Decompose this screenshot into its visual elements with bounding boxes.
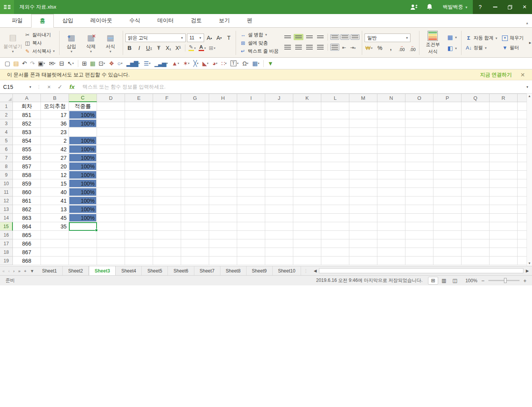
cell-N9[interactable] [377,171,405,179]
cell-C7[interactable]: 100% [69,154,97,162]
row-header-16[interactable]: 16 [0,231,13,239]
cell-I4[interactable] [237,128,265,136]
cell-I11[interactable] [237,188,265,196]
cell-O7[interactable] [405,154,433,162]
cell-Q13[interactable] [462,205,490,214]
cell-K9[interactable] [293,171,321,179]
cell-D15[interactable] [97,222,125,231]
cell-H16[interactable] [209,231,237,239]
decrease-decimal-button[interactable]: ←.00 [408,44,417,52]
cell-A3[interactable]: 852 [13,119,41,128]
fill-handle[interactable] [95,229,98,232]
cell-E5[interactable] [125,136,153,145]
sheet-next-icon[interactable]: › [13,269,15,273]
name-box[interactable]: C15 ▾ [0,80,34,93]
cell-G14[interactable] [181,214,209,222]
cell-F3[interactable] [153,119,181,128]
cell-G8[interactable] [181,162,209,171]
cell-I10[interactable] [237,179,265,188]
insert-cells-button[interactable]: ▦＋ 삽입 ▾ [62,30,81,56]
cell-K15[interactable] [293,222,321,231]
cell-M3[interactable] [349,119,377,128]
cell-O4[interactable] [405,128,433,136]
cell-L12[interactable] [321,196,349,205]
cell-M1[interactable] [349,102,377,111]
cell-F11[interactable] [153,188,181,196]
copy-button[interactable]: ◫복사 [23,39,57,47]
cell-N10[interactable] [377,179,405,188]
row-height-button[interactable] [330,34,339,40]
cell-P18[interactable] [433,248,462,257]
align-left-button[interactable] [283,43,292,51]
cell-J6[interactable] [265,145,293,154]
cell-O16[interactable] [405,231,433,239]
cell-K3[interactable] [293,119,321,128]
cell-H10[interactable] [209,179,237,188]
cell-N11[interactable] [377,188,405,196]
chart-combo-icon[interactable]: ╳▾ [192,59,200,68]
cell-A2[interactable]: 851 [13,111,41,119]
cell-E13[interactable] [125,205,153,214]
worksheet-icon[interactable]: ▦▾ [251,59,261,68]
cell-J17[interactable] [265,239,293,248]
ribbon-more-icon[interactable]: ▸ [529,40,531,45]
cell-K7[interactable] [293,154,321,162]
cell-O3[interactable] [405,119,433,128]
fit-to-cell-button[interactable]: ⊞셀에 맞춤 [238,39,281,47]
shrink-font-button[interactable]: A▾ [215,34,224,42]
notifications-button[interactable] [422,0,437,14]
filter-button[interactable]: ▼필터 [500,44,526,51]
cell-D9[interactable] [97,171,125,179]
cell-P9[interactable] [433,171,462,179]
open-folder-icon[interactable]: ▤ [12,59,19,68]
text-style-button[interactable]: T [225,34,233,42]
cell-Q4[interactable] [462,128,490,136]
cell-C9[interactable]: 100% [69,171,97,179]
cell-B16[interactable] [41,231,69,239]
cell-B5[interactable]: 2 [41,136,69,145]
cell-N17[interactable] [377,239,405,248]
row-header-5[interactable]: 5 [0,136,13,145]
paste-button[interactable]: ▤ 붙여넣기 ▾ [3,30,23,56]
cell-E11[interactable] [125,188,153,196]
table-style-button[interactable]: ▦▾ [445,34,459,41]
cell-C3[interactable]: 100% [69,119,97,128]
increase-indent-button[interactable]: ⇥▾ [349,42,357,52]
chart-radar-icon[interactable]: ✶▾ [181,59,191,68]
redo-icon[interactable]: ↷ [28,59,36,68]
new-document-icon[interactable]: ▢ [3,59,11,68]
cell-B1[interactable]: 모의추첨 [41,102,69,111]
cell-F14[interactable] [153,214,181,222]
align-top-button[interactable] [283,34,292,40]
format-painter-button[interactable]: ✎서식복사▾ [23,48,57,55]
cell-R1[interactable] [490,102,518,111]
cell-H1[interactable] [209,102,237,111]
cell-A16[interactable]: 865 [13,231,41,239]
cell-B15[interactable]: 35 [41,222,69,231]
cell-style-button[interactable]: ◧▾ [445,44,459,52]
menu-tab-수식[interactable]: 수식 [121,14,149,27]
cell-A17[interactable]: 866 [13,239,41,248]
column-header-A[interactable]: A [13,94,41,102]
cell-P12[interactable] [433,196,462,205]
cell-O5[interactable] [405,136,433,145]
cell-R6[interactable] [490,145,518,154]
cell-O6[interactable] [405,145,433,154]
zoom-slider[interactable] [488,280,520,281]
cell-G1[interactable] [181,102,209,111]
cell-C5[interactable]: 100% [69,136,97,145]
cell-D4[interactable] [97,128,125,136]
sheet-list-icon[interactable]: ▼ [30,269,34,273]
column-header-N[interactable]: N [377,94,405,102]
cell-J7[interactable] [265,154,293,162]
select-cursor-icon[interactable]: ↖▾ [66,59,76,68]
cell-R5[interactable] [490,136,518,145]
cell-D6[interactable] [97,145,125,154]
cell-O2[interactable] [405,111,433,119]
cell-R8[interactable] [490,162,518,171]
cell-R19[interactable] [490,257,518,265]
cell-A10[interactable]: 859 [13,179,41,188]
cell-N12[interactable] [377,196,405,205]
cell-C16[interactable] [69,231,97,239]
cell-E19[interactable] [125,257,153,265]
